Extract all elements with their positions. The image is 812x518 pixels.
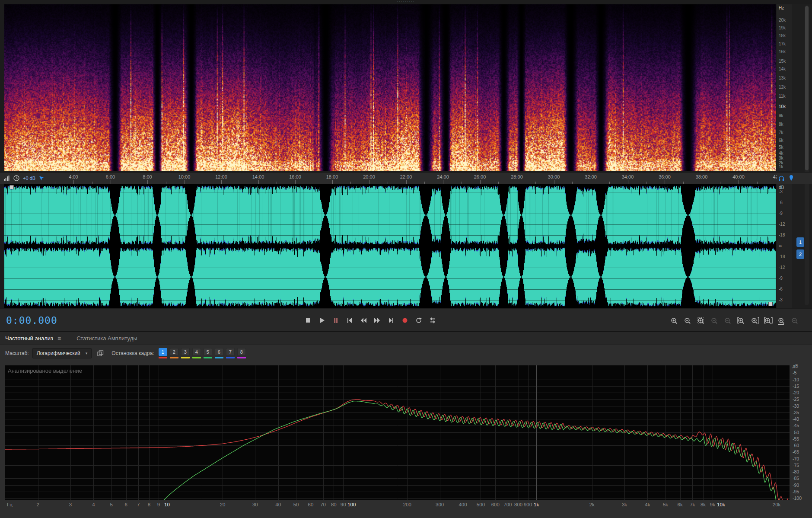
timeline-ruler[interactable]: 4:006:008:0010:0012:0014:0016:0018:0020:… bbox=[0, 172, 812, 184]
loop-playback-button[interactable] bbox=[412, 315, 425, 326]
zoom-selection-button[interactable] bbox=[695, 316, 707, 326]
playhead-marker-icon[interactable] bbox=[38, 175, 45, 181]
zoom-in-right-edge-button[interactable] bbox=[749, 316, 761, 326]
zoom-out-button[interactable] bbox=[682, 316, 694, 326]
pin-icon[interactable] bbox=[788, 175, 794, 182]
timeline-label: 18:00 bbox=[326, 174, 338, 179]
frequency-label: 13k bbox=[779, 76, 786, 80]
frame-hold-button-7[interactable]: 7 bbox=[226, 348, 235, 356]
tab-amplitude-statistics[interactable]: Статистика Амплитуды bbox=[76, 332, 137, 345]
record-button[interactable] bbox=[398, 315, 411, 326]
frequency-label: 1k bbox=[779, 164, 783, 169]
frame-hold-button-5[interactable]: 5 bbox=[204, 348, 212, 356]
move-previous-button[interactable] bbox=[343, 315, 356, 326]
timeline-label: 20:00 bbox=[363, 174, 375, 179]
timeline-label: 40:00 bbox=[732, 174, 745, 179]
frame-hold-button-2[interactable]: 2 bbox=[170, 348, 178, 356]
gain-readout[interactable]: +0 dB bbox=[23, 176, 35, 181]
frequency-label: 9k bbox=[779, 113, 783, 118]
timeline-label: 28:00 bbox=[511, 174, 523, 179]
skip-selection-button[interactable] bbox=[426, 315, 439, 326]
zoom-reset-button[interactable] bbox=[722, 316, 734, 326]
frame-hold-color-swatch bbox=[192, 357, 201, 358]
vertical-scrollbar[interactable] bbox=[805, 5, 809, 305]
frame-hold-button-8[interactable]: 8 bbox=[237, 348, 246, 356]
chart-y-tick-label: -40 bbox=[793, 416, 799, 422]
panel-grip[interactable]: ········· bbox=[397, 0, 415, 3]
timeline-tick bbox=[628, 180, 628, 184]
timeline-label: 30:00 bbox=[548, 174, 560, 179]
channel-2-badge[interactable]: 2 bbox=[796, 249, 804, 259]
frequency-label: 3k bbox=[779, 156, 783, 160]
copy-channels-icon[interactable] bbox=[97, 350, 104, 357]
tab-frequency-analysis[interactable]: Частотный анализ ≡ bbox=[5, 332, 61, 345]
waveform-canvas[interactable] bbox=[4, 184, 776, 308]
fast-forward-button[interactable] bbox=[371, 315, 384, 326]
time-display[interactable]: 0:00.000 bbox=[6, 315, 57, 326]
timeline-tick bbox=[591, 180, 591, 184]
frequency-label: 11k bbox=[779, 94, 785, 99]
monitor-icon[interactable] bbox=[778, 175, 785, 182]
chart-x-tick-label: 30 bbox=[252, 502, 258, 507]
channel-1-badge[interactable]: 1 bbox=[796, 237, 804, 247]
frame-hold-item: 6 bbox=[215, 348, 223, 358]
timeline-tick bbox=[388, 182, 388, 184]
transport-bar: 0:00.000 bbox=[0, 309, 812, 332]
timeline-label: 38:00 bbox=[696, 174, 708, 179]
frequency-chart-canvas[interactable] bbox=[5, 365, 790, 500]
timeline-tick bbox=[203, 182, 203, 184]
clock-icon[interactable] bbox=[13, 175, 20, 182]
rewind-button[interactable] bbox=[357, 315, 370, 326]
timeline-tick bbox=[480, 180, 481, 184]
pause-button[interactable] bbox=[329, 315, 342, 326]
zoom-selection-edges-button[interactable] bbox=[762, 316, 774, 326]
timeline-tick bbox=[350, 182, 351, 184]
scale-label: Масштаб: bbox=[5, 350, 29, 356]
timeline-tick bbox=[462, 182, 462, 184]
right-gutter bbox=[792, 4, 812, 308]
tab-label: Частотный анализ bbox=[5, 335, 53, 342]
frame-hold-button-3[interactable]: 3 bbox=[181, 348, 190, 356]
timeline-label: 34:00 bbox=[622, 174, 634, 179]
chart-x-tick-label: 40 bbox=[275, 502, 281, 507]
frame-hold-button-6[interactable]: 6 bbox=[215, 348, 223, 356]
frame-hold-color-swatch bbox=[226, 357, 235, 358]
scale-dropdown[interactable]: Логарифмический ▾ bbox=[32, 348, 92, 358]
timeline-tick bbox=[609, 182, 610, 184]
amplitude-label: -18 bbox=[779, 233, 785, 237]
frame-hold-button-4[interactable]: 4 bbox=[192, 348, 201, 356]
zoom-out-full-button[interactable] bbox=[709, 316, 720, 326]
timeline-tick bbox=[572, 182, 573, 184]
zoom-full-button[interactable] bbox=[789, 316, 801, 326]
amplitude-label: -12 bbox=[779, 265, 785, 270]
zoom-in-left-edge-button[interactable] bbox=[736, 316, 747, 326]
chart-x-tick-label: 60 bbox=[308, 502, 314, 507]
chart-x-tick-label: 100 bbox=[347, 502, 356, 507]
frame-hold-button-1[interactable]: 1 bbox=[159, 348, 167, 356]
panel-menu-icon[interactable]: ≡ bbox=[57, 335, 61, 342]
frame-hold-buttons: 12345678 bbox=[159, 348, 246, 358]
stop-button[interactable] bbox=[302, 315, 315, 326]
frame-hold-color-swatch bbox=[237, 357, 246, 358]
chart-x-tick-label: 90 bbox=[341, 502, 346, 507]
scrollbar-thumb[interactable] bbox=[805, 6, 809, 170]
zoom-in-button[interactable] bbox=[669, 316, 680, 326]
chart-y-tick-label: -75 bbox=[793, 463, 799, 468]
tab-label: Статистика Амплитуды bbox=[76, 335, 137, 342]
panel-tabs: Частотный анализ ≡ Статистика Амплитуды bbox=[0, 332, 812, 345]
zoom-time-button[interactable] bbox=[776, 316, 787, 326]
move-next-button[interactable] bbox=[385, 315, 398, 326]
spectrogram-canvas[interactable] bbox=[4, 4, 776, 171]
selection-handle-top-left[interactable] bbox=[10, 185, 14, 189]
timeline-label: 32:00 bbox=[585, 174, 597, 179]
selection-handle-bottom-right[interactable] bbox=[768, 302, 773, 306]
chart-x-tick-label: 800 bbox=[514, 502, 522, 507]
chart-x-tick-label: 20 bbox=[220, 502, 226, 507]
chart-x-tick-label: 5 bbox=[110, 502, 113, 507]
chart-x-tick-label: 600 bbox=[491, 502, 500, 507]
play-button[interactable] bbox=[315, 315, 328, 326]
amplitude-label: -12 bbox=[779, 222, 785, 227]
chart-x-tick-label: 2k bbox=[589, 502, 595, 507]
frame-hold-item: 5 bbox=[204, 348, 212, 358]
frequency-label: 4k bbox=[779, 151, 783, 156]
